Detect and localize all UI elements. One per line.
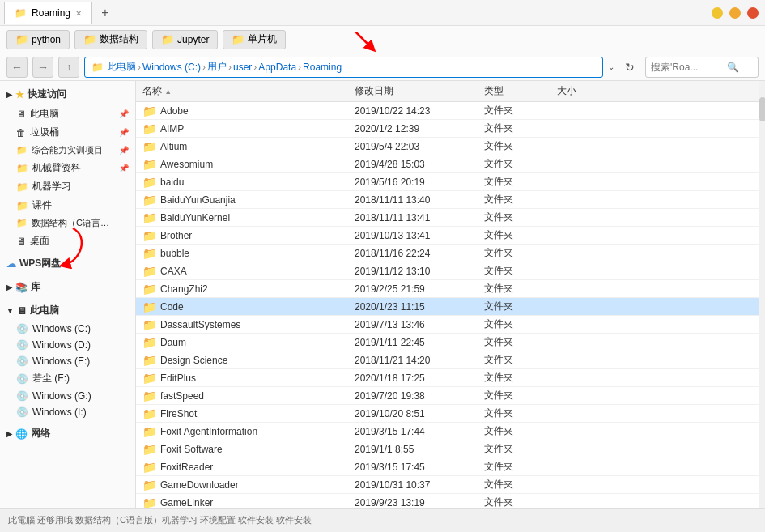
wps-label: WPS网盘 xyxy=(19,257,61,270)
file-list-header: 名称 ▲ 修改日期 类型 大小 xyxy=(136,81,759,102)
wps-header[interactable]: ☁ WPS网盘 xyxy=(0,253,135,274)
table-row[interactable]: 📁 Awesomium 2019/4/28 15:03 文件夹 xyxy=(136,155,759,173)
up-button[interactable]: ↑ xyxy=(58,57,79,78)
tab-close-button[interactable]: ✕ xyxy=(75,9,82,18)
file-rows-container: 📁 Adobe 2019/10/22 14:23 文件夹 📁 AIMP 2020… xyxy=(136,102,759,508)
file-name: EditPlus xyxy=(160,372,196,384)
table-row[interactable]: 📁 AIMP 2020/1/2 12:39 文件夹 xyxy=(136,120,759,138)
sidebar-drive-d[interactable]: 💿 Windows (D:) xyxy=(0,337,135,353)
path-user[interactable]: user xyxy=(233,62,252,73)
path-users[interactable]: 用户 xyxy=(207,60,227,74)
column-type[interactable]: 类型 xyxy=(484,84,557,98)
table-row[interactable]: 📁 Foxit Software 2019/1/1 8:55 文件夹 xyxy=(136,440,759,458)
column-size[interactable]: 大小 xyxy=(557,84,622,98)
table-row[interactable]: 📁 GameLinker 2019/9/23 13:19 文件夹 xyxy=(136,494,759,508)
table-row[interactable]: 📁 DassaultSystemes 2019/7/13 13:46 文件夹 xyxy=(136,316,759,334)
thispc-header[interactable]: ▼ 🖥 此电脑 xyxy=(0,300,135,321)
file-date-cell: 2019/5/4 22:03 xyxy=(355,141,484,152)
file-name: Brother xyxy=(160,230,192,241)
table-row[interactable]: 📁 ChangZhi2 2019/2/25 21:59 文件夹 xyxy=(136,280,759,298)
file-type-cell: 文件夹 xyxy=(484,104,557,117)
sidebar-item-ml[interactable]: 📁 机器学习 xyxy=(0,177,135,196)
table-row[interactable]: 📁 BaiduYunGuanjia 2018/11/11 13:40 文件夹 xyxy=(136,191,759,209)
sidebar-item-datastruct[interactable]: 📁 数据结构（C语言版） xyxy=(0,215,135,232)
sidebar-drive-f[interactable]: 💿 若尘 (F:) xyxy=(0,369,135,388)
sidebar-drive-g[interactable]: 💿 Windows (G:) xyxy=(0,388,135,404)
refresh-button[interactable]: ↻ xyxy=(619,57,640,78)
table-row[interactable]: 📁 BaiduYunKernel 2018/11/11 13:41 文件夹 xyxy=(136,209,759,227)
file-folder-icon: 📁 xyxy=(142,300,156,313)
forward-button[interactable]: → xyxy=(32,57,53,78)
table-row[interactable]: 📁 Daum 2019/1/11 22:45 文件夹 xyxy=(136,334,759,351)
table-row[interactable]: 📁 FoxitReader 2019/3/15 17:45 文件夹 xyxy=(136,458,759,476)
toolbar-data-structure[interactable]: 📁 数据结构 xyxy=(74,30,147,49)
search-box[interactable]: 🔍 xyxy=(645,57,759,78)
sidebar-item-training[interactable]: 📁 综合能力实训项目 📌 xyxy=(0,142,135,159)
thispc-label: 此电脑 xyxy=(30,304,59,317)
vertical-scrollbar[interactable] xyxy=(759,81,765,508)
library-header[interactable]: ▶ 📚 库 xyxy=(0,277,135,297)
quick-access-header[interactable]: ▶ ★ 快速访问 xyxy=(0,84,135,104)
sidebar-drive-i[interactable]: 💿 Windows (I:) xyxy=(0,404,135,420)
table-row[interactable]: 📁 GameDownloader 2019/10/31 10:37 文件夹 xyxy=(136,476,759,494)
file-name: FoxitReader xyxy=(160,462,213,473)
path-roaming[interactable]: Roaming xyxy=(303,62,342,73)
close-button[interactable] xyxy=(747,7,759,19)
column-date[interactable]: 修改日期 xyxy=(355,84,484,98)
title-bar: 📁 Roaming ✕ + xyxy=(0,0,765,26)
thispc-toggle[interactable]: ▼ xyxy=(6,307,14,315)
path-appdata[interactable]: AppData xyxy=(258,62,296,73)
sidebar-drive-c[interactable]: 💿 Windows (C:) xyxy=(0,321,135,337)
table-row[interactable]: 📁 CAXA 2019/11/12 13:10 文件夹 xyxy=(136,262,759,280)
minimize-button[interactable] xyxy=(712,7,723,19)
table-row[interactable]: 📁 Foxit AgentInformation 2019/3/15 17:44… xyxy=(136,423,759,440)
table-row[interactable]: 📁 Brother 2019/10/13 13:41 文件夹 xyxy=(136,227,759,245)
folder-icon: 📁 xyxy=(232,33,244,45)
network-header[interactable]: ▶ 🌐 网络 xyxy=(0,423,135,444)
library-icon: 📚 xyxy=(15,282,28,293)
toolbar-python[interactable]: 📁 python xyxy=(6,30,70,49)
file-date-cell: 2020/1/23 11:15 xyxy=(355,301,484,313)
column-name[interactable]: 名称 ▲ xyxy=(136,84,355,98)
quick-access-toggle[interactable]: ▶ xyxy=(6,91,12,99)
sidebar-drive-e[interactable]: 💿 Windows (E:) xyxy=(0,353,135,369)
folder-icon: 📁 xyxy=(16,200,28,211)
maximize-button[interactable] xyxy=(729,7,741,19)
library-toggle[interactable]: ▶ xyxy=(6,283,12,292)
sidebar-desktop-label: 桌面 xyxy=(30,234,49,248)
desktop-icon: 🖥 xyxy=(16,236,26,247)
file-folder-icon: 📁 xyxy=(142,372,156,385)
search-input[interactable] xyxy=(651,62,724,73)
table-row[interactable]: 📁 Design Science 2018/11/21 14:20 文件夹 xyxy=(136,351,759,369)
toolbar-jupyter[interactable]: 📁 Jupyter xyxy=(152,30,218,49)
file-name-cell: 📁 FoxitReader xyxy=(136,461,355,474)
file-name: Altium xyxy=(160,141,187,152)
toolbar-mcu[interactable]: 📁 单片机 xyxy=(223,30,286,49)
table-row[interactable]: 📁 Adobe 2019/10/22 14:23 文件夹 xyxy=(136,102,759,120)
table-row[interactable]: 📁 Altium 2019/5/4 22:03 文件夹 xyxy=(136,138,759,155)
sidebar-item-trash[interactable]: 🗑 垃圾桶 📌 xyxy=(0,123,135,142)
path-c[interactable]: Windows (C:) xyxy=(142,62,201,73)
table-row[interactable]: 📁 baidu 2019/5/16 20:19 文件夹 xyxy=(136,173,759,191)
sidebar-item-desktop[interactable]: 🖥 桌面 xyxy=(0,232,135,250)
sidebar-item-thispc[interactable]: 🖥 此电脑 📌 xyxy=(0,104,135,123)
active-tab[interactable]: 📁 Roaming ✕ xyxy=(4,2,92,24)
table-row[interactable]: 📁 EditPlus 2020/1/18 17:25 文件夹 xyxy=(136,369,759,387)
sidebar-item-courseware[interactable]: 📁 课件 xyxy=(0,196,135,215)
file-date-cell: 2018/11/11 13:41 xyxy=(355,212,484,223)
address-path[interactable]: 📁 此电脑 › Windows (C:) › 用户 › user › AppDa… xyxy=(84,57,603,78)
back-button[interactable]: ← xyxy=(6,57,28,78)
file-name: fastSpeed xyxy=(160,390,204,402)
path-thispc[interactable]: 此电脑 xyxy=(107,60,136,74)
file-folder-icon: 📁 xyxy=(142,496,156,509)
table-row[interactable]: 📁 bubble 2018/11/16 22:24 文件夹 xyxy=(136,245,759,262)
network-toggle[interactable]: ▶ xyxy=(6,430,12,438)
file-folder-icon: 📁 xyxy=(142,389,156,402)
address-dropdown-button[interactable]: ⌄ xyxy=(608,62,614,71)
new-tab-button[interactable]: + xyxy=(96,3,115,23)
sidebar-item-robot[interactable]: 📁 机械臂资料 📌 xyxy=(0,159,135,177)
table-row[interactable]: 📁 FireShot 2019/10/20 8:51 文件夹 xyxy=(136,405,759,423)
table-row[interactable]: 📁 Code 2020/1/23 11:15 文件夹 xyxy=(136,298,759,316)
search-icon[interactable]: 🔍 xyxy=(727,62,739,73)
table-row[interactable]: 📁 fastSpeed 2019/7/20 19:38 文件夹 xyxy=(136,387,759,405)
